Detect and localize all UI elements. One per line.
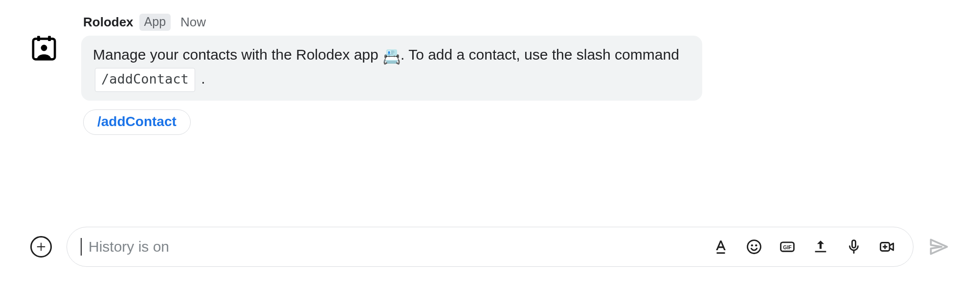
gif-icon: GIF	[779, 238, 796, 255]
suggestion-row: /addContact	[81, 109, 702, 135]
format-icon	[713, 238, 729, 255]
text-cursor-icon	[81, 238, 82, 256]
message-row: Rolodex App Now Manage your contacts wit…	[0, 0, 980, 135]
emoji-icon	[746, 238, 762, 255]
upload-button[interactable]	[812, 238, 829, 255]
format-text-button[interactable]	[713, 238, 729, 255]
svg-point-4	[748, 240, 761, 254]
message-timestamp: Now	[180, 15, 206, 30]
message-content: Rolodex App Now Manage your contacts wit…	[81, 14, 702, 135]
message-text-mid: . To add a contact, use the slash comman…	[401, 46, 679, 63]
suggestion-addcontact-button[interactable]: /addContact	[83, 109, 191, 135]
svg-point-3	[41, 45, 47, 51]
svg-point-5	[751, 244, 753, 246]
video-call-button[interactable]	[879, 238, 895, 255]
emoji-button[interactable]	[746, 238, 762, 255]
gif-button[interactable]: GIF	[779, 238, 796, 255]
slash-command-chip: /addContact	[95, 68, 195, 92]
microphone-icon	[846, 238, 862, 255]
message-text-pre: Manage your contacts with the Rolodex ap…	[93, 46, 382, 63]
compose-row: GIF	[30, 227, 950, 267]
svg-rect-1	[37, 36, 40, 42]
video-plus-icon	[879, 238, 895, 255]
plus-icon	[36, 241, 46, 252]
send-button[interactable]	[928, 236, 950, 258]
compose-toolbar: GIF	[713, 238, 899, 255]
compose-field[interactable]: GIF	[67, 227, 913, 267]
message-text-post: .	[197, 70, 205, 86]
card-index-emoji-icon: 📇	[382, 45, 401, 67]
svg-text:GIF: GIF	[783, 244, 792, 250]
app-badge: App	[139, 14, 171, 31]
svg-point-6	[755, 244, 757, 246]
svg-rect-9	[852, 240, 855, 248]
message-bubble: Manage your contacts with the Rolodex ap…	[81, 36, 702, 101]
send-icon	[928, 236, 950, 258]
voice-button[interactable]	[846, 238, 862, 255]
sender-name: Rolodex	[83, 15, 134, 30]
message-input[interactable]	[89, 238, 709, 255]
message-header: Rolodex App Now	[81, 14, 702, 31]
svg-rect-2	[48, 36, 51, 42]
upload-icon	[812, 238, 829, 255]
app-avatar-icon	[30, 34, 58, 62]
add-attachment-button[interactable]	[30, 236, 52, 258]
